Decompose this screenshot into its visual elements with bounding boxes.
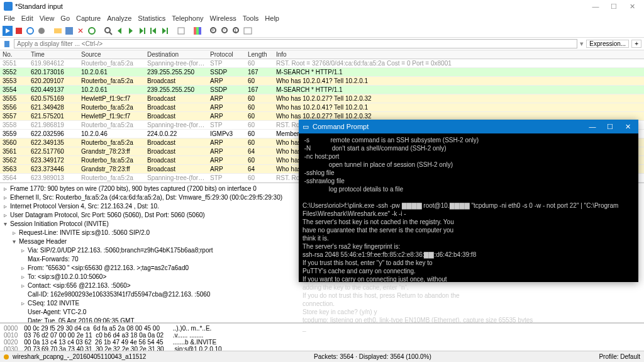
reload-file-icon[interactable] <box>87 26 97 36</box>
to[interactable]: To: <sip:s@10.2.0.10:5060> <box>28 273 106 280</box>
window-maximize-button[interactable]: ☐ <box>606 3 622 11</box>
cell-time: 623.373446 <box>28 165 79 173</box>
cmd-title-bar[interactable]: ▭ Command Prompt — ☐ ✕ <box>299 120 638 133</box>
col-source[interactable]: Source <box>79 50 145 59</box>
go-back-icon[interactable] <box>114 26 125 36</box>
cell-proto: ARP <box>208 94 245 103</box>
expert-info-icon[interactable] <box>4 354 9 359</box>
cell-proto: ARP <box>208 112 245 120</box>
packet-row[interactable]: 3552620.17301610.2.0.61239.255.255.250SS… <box>0 68 644 77</box>
svg-point-4 <box>38 28 45 34</box>
packet-row[interactable]: 3554620.44913710.2.0.61239.255.255.250SS… <box>0 86 644 94</box>
udp-line[interactable]: User Datagram Protocol, Src Port: 5060 (… <box>10 212 205 218</box>
menu-view[interactable]: View <box>40 14 55 22</box>
svg-marker-13 <box>140 28 143 34</box>
go-forward-icon[interactable] <box>126 26 136 36</box>
find-packet-icon[interactable] <box>103 26 113 36</box>
close-file-icon[interactable]: ✕ <box>75 26 86 36</box>
cseq[interactable]: CSeq: 102 INVITE <box>28 300 79 307</box>
auto-scroll-icon[interactable] <box>176 26 186 36</box>
svg-rect-5 <box>54 28 62 33</box>
menu-telephony[interactable]: Telephony <box>172 14 203 22</box>
cell-len: 60 <box>245 156 274 164</box>
window-close-button[interactable]: ✕ <box>624 3 640 11</box>
col-time[interactable]: Time <box>28 50 79 59</box>
go-to-packet-icon[interactable] <box>137 26 147 36</box>
date[interactable]: Date: Tue, 05 Apr 2016 09:06:35 GMT <box>28 317 135 323</box>
title-bar: *Standard input — ☐ ✕ <box>0 0 644 13</box>
bookmark-icon[interactable] <box>3 40 11 48</box>
colorize-icon[interactable] <box>192 26 203 36</box>
cell-no: 3553 <box>0 77 28 85</box>
menu-statistics[interactable]: Statistics <box>138 14 165 22</box>
zoom-reset-icon[interactable]: 1 <box>231 26 242 36</box>
window-minimize-button[interactable]: — <box>587 3 604 10</box>
contact[interactable]: Contact: <sip:656 @212.163. :5060> <box>28 282 131 289</box>
cmd-minimize-button[interactable]: — <box>586 123 599 131</box>
packet-row[interactable]: 3551619.984612Routerbo_fa:a5:2aSpanning-… <box>0 59 644 68</box>
via[interactable]: Via: SIP/2.0/UDP 212.163. :5060;branch=z… <box>28 247 213 254</box>
packet-row[interactable]: 3555620.575169HewlettP_f1:9c:f7Broadcast… <box>0 94 644 103</box>
cmd-close-button[interactable]: ✕ <box>621 123 635 131</box>
cell-info: Who has 10.2.0.27? Tell 10.2.0.32 <box>274 94 644 103</box>
col-length[interactable]: Length <box>245 50 274 59</box>
filter-bar: ▾ Expression... + <box>0 38 644 50</box>
cell-proto: ARP <box>208 139 245 147</box>
menu-file[interactable]: File <box>4 14 15 22</box>
menu-bar: File Edit View Go Capture Analyze Statis… <box>0 13 644 24</box>
svg-rect-20 <box>194 27 196 35</box>
cell-dst: 224.0.0.22 <box>145 130 208 138</box>
col-destination[interactable]: Destination <box>145 50 208 59</box>
maxfwd[interactable]: Max-Forwards: 70 <box>28 256 79 263</box>
col-no[interactable]: No. <box>0 50 28 59</box>
cell-no: 3559 <box>0 130 28 138</box>
packet-row[interactable]: 3553620.209107Routerbo_fa:a5:2aBroadcast… <box>0 77 644 86</box>
go-first-icon[interactable] <box>148 26 158 36</box>
add-filter-button[interactable]: + <box>631 40 641 48</box>
save-file-icon[interactable] <box>64 26 74 36</box>
sip-line[interactable]: Session Initiation Protocol (INVITE) <box>10 220 109 227</box>
ua[interactable]: User-Agent: VTC-2.0 <box>28 308 86 315</box>
cell-src: 10.2.0.61 <box>79 86 145 94</box>
svg-marker-11 <box>118 28 121 34</box>
restart-capture-icon[interactable] <box>25 26 35 36</box>
zoom-in-icon[interactable]: + <box>209 26 219 36</box>
display-filter-input[interactable] <box>14 39 577 48</box>
from[interactable]: From: "65630 " <sip:65630 @212.163. >;ta… <box>28 264 189 271</box>
cell-proto: ARP <box>208 77 245 85</box>
menu-go[interactable]: Go <box>60 14 70 22</box>
menu-tools[interactable]: Tools <box>243 14 259 22</box>
menu-help[interactable]: Help <box>265 14 279 22</box>
status-profile[interactable]: Profile: Default <box>599 353 640 360</box>
menu-wireless[interactable]: Wireless <box>210 14 236 22</box>
go-last-icon[interactable] <box>160 26 170 36</box>
menu-edit[interactable]: Edit <box>21 14 33 22</box>
svg-rect-29 <box>244 28 252 34</box>
packet-row[interactable]: 3556621.349428Routerbo_fa:a5:2aBroadcast… <box>0 103 644 112</box>
open-file-icon[interactable] <box>53 26 63 36</box>
menu-analyze[interactable]: Analyze <box>107 14 131 22</box>
svg-point-9 <box>105 28 110 33</box>
expression-button[interactable]: Expression... <box>586 40 629 48</box>
cmd-output[interactable]: -s remote command is an SSH subsystem (S… <box>299 133 638 335</box>
stop-capture-icon[interactable] <box>14 26 24 36</box>
cell-len: 60 <box>245 174 274 182</box>
zoom-out-icon[interactable]: - <box>220 26 230 36</box>
msghdr[interactable]: Message Header <box>19 238 67 245</box>
command-prompt-window[interactable]: ▭ Command Prompt — ☐ ✕ -s remote command… <box>299 120 638 282</box>
callid[interactable]: Call-ID: 162e9800293e1063353f41f7d55947c… <box>28 291 210 298</box>
reqline[interactable]: Request-Line: INVITE sip:s@10. :5060 SIP… <box>19 229 150 236</box>
ip-line[interactable]: Internet Protocol Version 4, Src: 212.16… <box>10 203 159 210</box>
frame-line[interactable]: Frame 1770: 900 bytes on wire (7200 bits… <box>10 185 257 192</box>
eth-line[interactable]: Ethernet II, Src: Routerbo_fa:a5:2a (d4:… <box>10 194 282 201</box>
col-info[interactable]: Info <box>274 50 644 59</box>
svg-text:1: 1 <box>234 28 237 33</box>
col-protocol[interactable]: Protocol <box>208 50 245 59</box>
filter-dropdown-icon[interactable]: ▾ <box>580 40 584 48</box>
cell-len: 64 <box>245 147 274 156</box>
capture-options-icon[interactable] <box>36 26 47 36</box>
resize-columns-icon[interactable] <box>243 26 253 36</box>
start-capture-icon[interactable] <box>3 26 13 36</box>
cmd-maximize-button[interactable]: ☐ <box>603 123 617 131</box>
menu-capture[interactable]: Capture <box>76 14 101 22</box>
